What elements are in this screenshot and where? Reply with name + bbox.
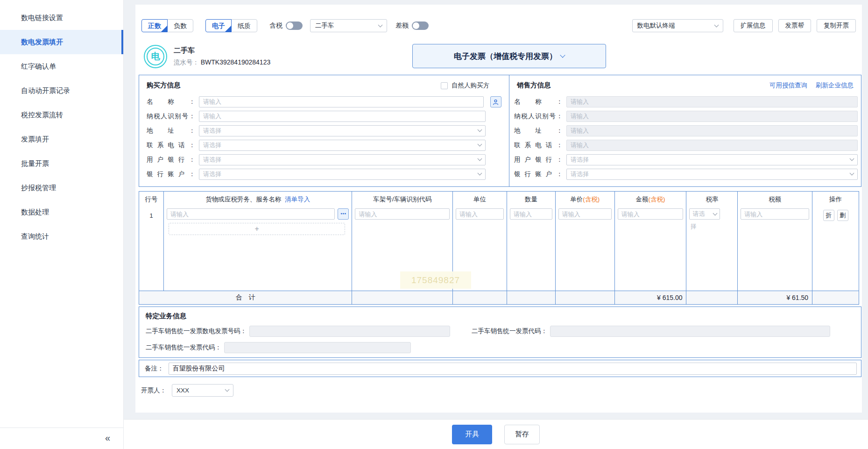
sidebar-item-auto-invoice-records[interactable]: 自动动开票记录 <box>0 78 123 103</box>
special-row-2: 二手车销售统一发票代码： <box>146 342 854 353</box>
tax-included-label: 含税 <box>269 21 282 30</box>
unit-header-label: 单位 <box>473 195 486 204</box>
positive-sign-button[interactable]: 正数 ✓ <box>141 19 168 32</box>
copy-invoice-button[interactable]: 复制开票 <box>817 19 856 32</box>
seller-bank-row: 用户银行： 请选择 <box>514 152 861 167</box>
buyer-fields: 名称： 纳税人识别号： 地址： 请选择 <box>139 90 509 181</box>
add-line-button[interactable]: + <box>169 223 345 235</box>
list-import-link[interactable]: 清单导入 <box>285 195 310 204</box>
save-draft-button[interactable]: 暂存 <box>504 425 540 444</box>
buyer-bank-row: 用户银行： 请选择 <box>147 152 509 167</box>
toolbar: 正数 ✓ 负数 电子 ✓ 纸质 含税 二手车 差额 数 <box>141 19 856 33</box>
sidebar-item-red-confirmation[interactable]: 红字确认单 <box>0 54 123 78</box>
unit-header: 单位 <box>452 192 507 207</box>
buyer-bank-select[interactable]: 请选择 <box>199 154 486 165</box>
checkbox-icon[interactable] <box>441 82 448 89</box>
seller-account-label: 银行账户： <box>514 170 563 178</box>
buyer-name-input[interactable] <box>199 96 484 107</box>
buyer-address-placeholder: 请选择 <box>203 127 221 135</box>
invoice-serial: 流水号： BWTK39284190284123 <box>174 58 270 67</box>
toggle-knob <box>287 22 293 29</box>
more-options-icon[interactable]: ⋯ <box>338 208 349 220</box>
chevron-down-icon <box>225 387 230 392</box>
business-type-select[interactable]: 二手车 <box>310 19 387 32</box>
seller-name-row: 名称： <box>514 94 861 109</box>
sidebar-item-data-processing[interactable]: 数据处理 <box>0 200 123 224</box>
total-tax-cell: ¥ 61.50 <box>737 291 812 304</box>
buyer-account-select[interactable]: 请选择 <box>199 169 486 180</box>
issuer-value: XXX <box>176 387 189 394</box>
seller-links: 可用授信查询 刷新企业信息 <box>769 81 854 90</box>
seller-account-select[interactable]: 请选择 <box>566 169 858 180</box>
buyer-address-row: 地址： 请选择 <box>147 123 509 138</box>
buyer-phone-select[interactable]: 请选择 <box>199 140 486 151</box>
buyer-phone-placeholder: 请选择 <box>203 141 221 150</box>
electronic-invoice-logo-icon: 电 <box>144 45 167 68</box>
total-price-cell <box>555 291 614 304</box>
tax-header-label: 税额 <box>769 195 781 204</box>
select-customer-button[interactable] <box>490 96 501 107</box>
tax-rate-select[interactable]: 请选 <box>689 208 720 220</box>
natural-person-checkbox[interactable]: 自然人购买方 <box>441 81 489 90</box>
collapse-sidebar-icon[interactable]: « <box>105 433 110 443</box>
issuer-label: 开票人： <box>141 386 166 395</box>
negative-sign-button[interactable]: 负数 <box>167 19 193 32</box>
goods-cell: ⋯ + <box>163 207 352 291</box>
tax-input[interactable] <box>741 208 809 220</box>
sidebar-item-digital-link-settings[interactable]: 数电链接设置 <box>0 6 123 30</box>
delete-row-button[interactable]: 删 <box>837 210 848 221</box>
vin-input[interactable] <box>355 208 450 220</box>
tax-header: 税额 <box>737 192 812 207</box>
sidebar-item-digital-invoice-fill[interactable]: 数电发票填开 <box>0 30 123 54</box>
ops-header-label: 操作 <box>829 195 842 204</box>
unit-input[interactable] <box>456 208 504 220</box>
unit-price-header-label: 单价 <box>570 195 583 204</box>
difference-toggle[interactable] <box>412 21 429 30</box>
tax-rate-placeholder-overflow: 择 <box>689 222 734 231</box>
check-icon: ✓ <box>161 25 168 32</box>
qty-header: 数量 <box>507 192 555 207</box>
terminal-select[interactable]: 数电默认终端 <box>632 19 723 32</box>
sidebar-item-query-statistics[interactable]: 查询统计 <box>0 224 123 249</box>
seller-title: 销售方信息 <box>517 81 551 90</box>
seller-address-input <box>566 125 858 136</box>
person-icon <box>492 99 499 106</box>
positive-sign-label: 正数 <box>148 22 161 29</box>
electronic-medium-button[interactable]: 电子 ✓ <box>205 19 232 32</box>
seller-section: 销售方信息 可用授信查询 刷新企业信息 名称： 纳税人识别号： <box>509 75 861 186</box>
total-ops-cell <box>812 291 859 304</box>
sidebar-footer: « <box>0 428 123 449</box>
extended-info-button[interactable]: 扩展信息 <box>734 19 773 32</box>
seller-account-placeholder: 请选择 <box>571 170 589 178</box>
discount-button[interactable]: 折 <box>823 210 834 221</box>
credit-query-link[interactable]: 可用授信查询 <box>769 81 807 90</box>
difference-label: 差额 <box>395 21 409 30</box>
issuer-select[interactable]: XXX <box>172 384 233 397</box>
action-footer: 开具 暂存 <box>124 419 868 449</box>
tax-included-toggle[interactable] <box>286 21 303 30</box>
chevron-down-icon <box>850 171 854 176</box>
check-icon: ✓ <box>225 25 232 32</box>
seller-bank-select[interactable]: 请选择 <box>566 154 858 165</box>
goods-name-input[interactable] <box>167 208 335 220</box>
sidebar-item-tax-invoice-flow[interactable]: 税控发票流转 <box>0 103 123 127</box>
paper-medium-button[interactable]: 纸质 <box>231 19 257 32</box>
unit-price-input[interactable] <box>558 208 612 220</box>
goods-header-label: 货物或应税劳务、服务名称 <box>205 195 281 204</box>
sidebar-item-tax-copy-management[interactable]: 抄报税管理 <box>0 176 123 200</box>
sidebar-item-invoice-fill[interactable]: 发票填开 <box>0 127 123 151</box>
buyer-address-select[interactable]: 请选择 <box>199 125 486 136</box>
buyer-taxid-input[interactable] <box>199 111 486 122</box>
sidebar-item-batch-invoicing[interactable]: 批量开票 <box>0 151 123 176</box>
issue-button[interactable]: 开具 <box>452 425 492 444</box>
seller-account-row: 银行账户： 请选择 <box>514 167 861 181</box>
items-body-row: 1 ⋯ + 请选 择 <box>139 207 859 291</box>
refresh-company-info-link[interactable]: 刷新企业信息 <box>816 81 854 90</box>
amount-input[interactable] <box>618 208 684 220</box>
invoice-type-dropdown[interactable]: 电子发票（增值税专用发票） <box>412 44 606 68</box>
vin-header: 车架号/车辆识别代码 <box>352 192 452 207</box>
invoice-help-button[interactable]: 发票帮 <box>778 19 812 32</box>
buyer-phone-label: 联系电话： <box>147 141 195 150</box>
qty-input[interactable] <box>510 208 552 220</box>
remark-input[interactable] <box>169 363 857 375</box>
